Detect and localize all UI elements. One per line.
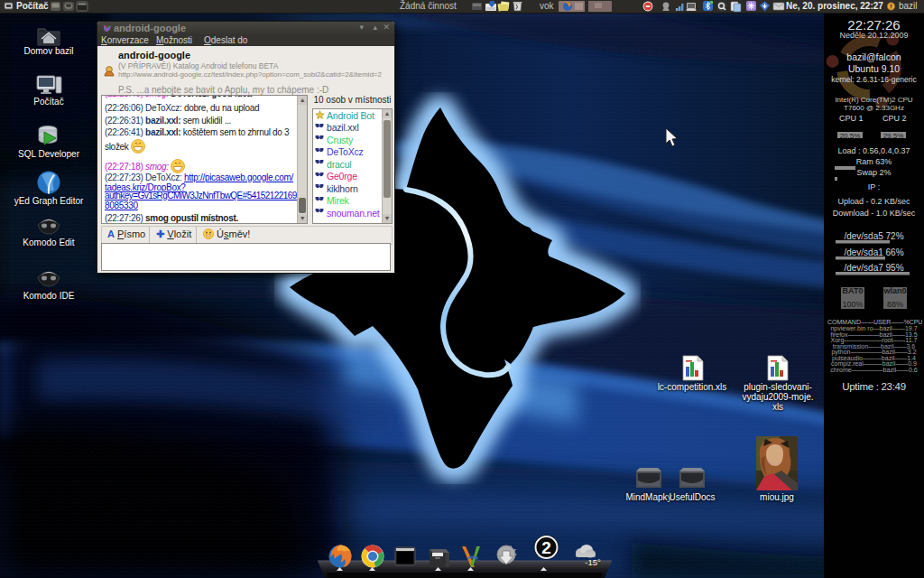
svg-text:2: 2 bbox=[541, 538, 551, 557]
svg-text:-15°: -15° bbox=[585, 557, 601, 567]
